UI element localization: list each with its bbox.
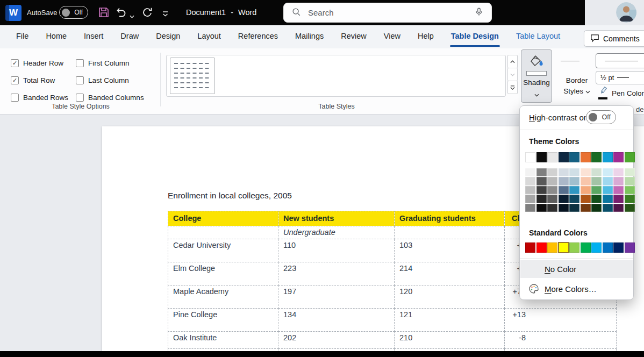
- col-header-graduating-students[interactable]: Graduating students: [395, 211, 505, 226]
- variant-color-4-3[interactable]: [569, 195, 579, 203]
- standard-color-3[interactable]: [559, 242, 569, 253]
- variant-color-6-3[interactable]: [591, 195, 602, 203]
- variant-color-1-1[interactable]: [536, 177, 547, 185]
- tab-table-design[interactable]: Table Design: [442, 25, 507, 48]
- gallery-scroll-up-button[interactable]: [507, 55, 518, 68]
- tab-view[interactable]: View: [375, 25, 409, 48]
- variant-color-6-1[interactable]: [591, 177, 602, 185]
- variant-color-2-1[interactable]: [547, 177, 557, 185]
- tab-mailings[interactable]: Mailings: [287, 25, 332, 48]
- standard-color-1[interactable]: [536, 242, 547, 253]
- table-cell[interactable]: Cedar University: [168, 239, 278, 262]
- checkbox-unchecked-icon[interactable]: [76, 94, 84, 102]
- table-cell[interactable]: 223: [278, 262, 395, 285]
- standard-color-9[interactable]: [625, 242, 635, 253]
- table-cell[interactable]: 103: [395, 239, 505, 262]
- table-cell[interactable]: -8: [505, 332, 617, 349]
- variant-color-8-3[interactable]: [613, 195, 624, 203]
- search-box[interactable]: Search: [283, 3, 492, 23]
- variant-color-2-0[interactable]: [547, 168, 557, 176]
- variant-color-9-1[interactable]: [625, 177, 635, 185]
- variant-color-8-4[interactable]: [613, 204, 624, 212]
- variant-color-5-0[interactable]: [581, 168, 591, 176]
- gallery-more-button[interactable]: [507, 81, 518, 94]
- variant-color-9-4[interactable]: [625, 204, 635, 212]
- quick-access-menu-icon[interactable]: [162, 9, 169, 19]
- tab-references[interactable]: References: [230, 25, 287, 48]
- theme-color-1[interactable]: [536, 152, 547, 162]
- tab-review[interactable]: Review: [332, 25, 375, 48]
- table-cell[interactable]: Pine College: [168, 309, 278, 332]
- table-styles-gallery[interactable]: [166, 55, 506, 97]
- variant-color-0-2[interactable]: [525, 186, 535, 194]
- variant-color-7-4[interactable]: [603, 204, 613, 212]
- table-cell[interactable]: Elm College: [168, 262, 278, 285]
- avatar[interactable]: [616, 2, 636, 23]
- line-weight-select[interactable]: ½ pt: [596, 71, 644, 84]
- theme-color-2[interactable]: [547, 152, 557, 162]
- checkbox-last-column[interactable]: Last Column: [76, 76, 144, 84]
- variant-color-5-1[interactable]: [581, 177, 591, 185]
- table-cell[interactable]: [395, 226, 505, 239]
- variant-color-8-0[interactable]: [613, 168, 624, 176]
- checkbox-total-row[interactable]: ✓Total Row: [11, 76, 68, 84]
- table-cell[interactable]: 121: [395, 309, 505, 332]
- theme-color-5[interactable]: [581, 152, 591, 162]
- comments-button[interactable]: Comments: [584, 30, 644, 47]
- no-color-item[interactable]: No Color: [520, 260, 633, 278]
- variant-color-4-0[interactable]: [569, 168, 579, 176]
- variant-color-4-4[interactable]: [569, 204, 579, 212]
- high-contrast-toggle[interactable]: Off: [586, 110, 616, 124]
- table-cell[interactable]: 120: [395, 285, 505, 309]
- tab-table-layout[interactable]: Table Layout: [507, 25, 569, 48]
- variant-color-4-1[interactable]: [569, 177, 579, 185]
- table-cell[interactable]: 197: [278, 285, 395, 309]
- autosave-toggle[interactable]: Off: [59, 6, 88, 19]
- checkbox-checked-icon[interactable]: ✓: [11, 59, 19, 67]
- word-logo-icon[interactable]: W: [5, 5, 22, 21]
- standard-color-8[interactable]: [613, 242, 624, 253]
- variant-color-9-3[interactable]: [625, 195, 635, 203]
- tab-layout[interactable]: Layout: [189, 25, 230, 48]
- variant-color-7-2[interactable]: [603, 186, 613, 194]
- variant-color-2-3[interactable]: [547, 195, 557, 203]
- undo-dropdown-chevron-icon[interactable]: [130, 11, 134, 20]
- tab-draw[interactable]: Draw: [112, 25, 147, 48]
- variant-color-2-4[interactable]: [547, 204, 557, 212]
- checkbox-unchecked-icon[interactable]: [76, 59, 84, 67]
- checkbox-unchecked-icon[interactable]: [76, 76, 84, 84]
- table-cell[interactable]: +13: [505, 309, 617, 332]
- pen-color-button[interactable]: [598, 87, 610, 99]
- tab-help[interactable]: Help: [409, 25, 442, 48]
- gallery-scroll-down-button[interactable]: [507, 68, 518, 81]
- table-style-thumbnail[interactable]: [170, 58, 215, 94]
- variant-color-0-3[interactable]: [525, 195, 535, 203]
- standard-color-6[interactable]: [591, 242, 602, 253]
- tab-insert[interactable]: Insert: [75, 25, 112, 48]
- table-cell[interactable]: 110: [278, 239, 395, 262]
- variant-color-5-3[interactable]: [581, 195, 591, 203]
- checkbox-banded-columns[interactable]: Banded Columns: [76, 94, 144, 102]
- tab-design[interactable]: Design: [147, 25, 189, 48]
- table-cell[interactable]: 134: [278, 309, 395, 332]
- line-style-select[interactable]: [596, 53, 644, 68]
- variant-color-9-0[interactable]: [625, 168, 635, 176]
- theme-color-3[interactable]: [559, 152, 569, 162]
- checkbox-checked-icon[interactable]: ✓: [11, 76, 19, 84]
- table-cell[interactable]: Maple Academy: [168, 285, 278, 309]
- variant-color-7-3[interactable]: [603, 195, 613, 203]
- theme-color-9[interactable]: [625, 152, 635, 162]
- checkbox-unchecked-icon[interactable]: [11, 94, 19, 102]
- table-cell[interactable]: Oak Institute: [168, 332, 278, 349]
- variant-color-3-0[interactable]: [559, 168, 569, 176]
- checkbox-banded-rows[interactable]: Banded Rows: [11, 94, 68, 102]
- standard-color-5[interactable]: [581, 242, 591, 253]
- variant-color-7-0[interactable]: [603, 168, 613, 176]
- variant-color-3-3[interactable]: [559, 195, 569, 203]
- variant-color-7-1[interactable]: [603, 177, 613, 185]
- table-cell[interactable]: 202: [278, 332, 395, 349]
- theme-color-0[interactable]: [525, 152, 535, 162]
- more-colors-item[interactable]: More Colors…: [520, 280, 633, 298]
- redo-icon[interactable]: [141, 6, 153, 20]
- standard-color-2[interactable]: [547, 242, 557, 253]
